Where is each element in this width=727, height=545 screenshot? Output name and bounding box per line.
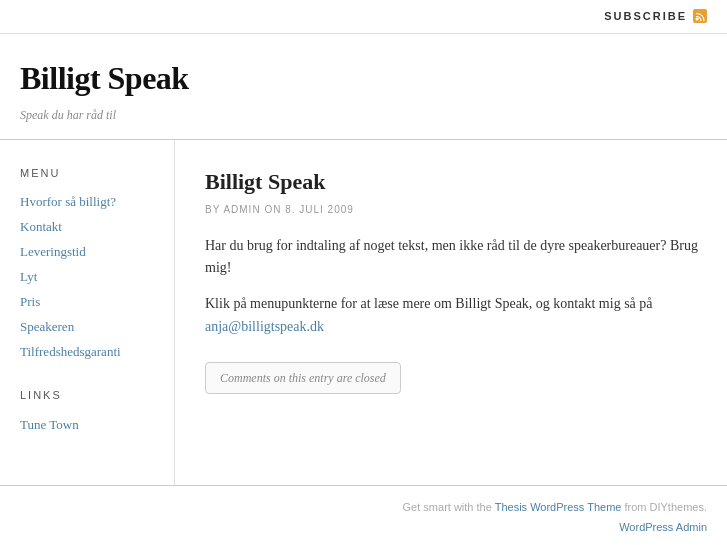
thesis-theme-link[interactable]: Thesis WordPress Theme bbox=[495, 501, 622, 513]
article-paragraph-2-text: Klik på menupunkterne for at læse mere o… bbox=[205, 296, 653, 311]
links-section-title: Links bbox=[20, 387, 154, 404]
page-wrapper: Subscribe Billigt Speak Speak du har råd… bbox=[0, 0, 727, 545]
link-tune-town[interactable]: Tune Town bbox=[20, 417, 79, 432]
rss-icon[interactable] bbox=[693, 9, 707, 23]
site-header: Billigt Speak Speak du har råd til bbox=[0, 34, 727, 140]
subscribe-area: Subscribe bbox=[604, 8, 707, 25]
nav-item-waarom[interactable]: Hvorfor så billigt? bbox=[20, 194, 116, 209]
sidebar: Menu Hvorfor så billigt? Kontakt Leverin… bbox=[0, 140, 175, 485]
site-tagline: Speak du har råd til bbox=[20, 106, 707, 124]
list-item: Kontakt bbox=[20, 216, 154, 237]
article-paragraph-2: Klik på menupunkterne for at læse mere o… bbox=[205, 293, 702, 338]
list-item: Tilfredshedsgaranti bbox=[20, 341, 154, 362]
comments-closed-notice: Comments on this entry are closed bbox=[205, 362, 401, 394]
sidebar-nav-menu: Hvorfor så billigt? Kontakt Leveringstid… bbox=[20, 191, 154, 362]
list-item: Tune Town bbox=[20, 414, 154, 435]
article-meta: by ADMIN on 8. JULI 2009 bbox=[205, 202, 702, 217]
nav-item-pris[interactable]: Pris bbox=[20, 294, 40, 309]
footer-line1: Get smart with the Thesis WordPress Them… bbox=[20, 498, 707, 517]
article-area: Billigt Speak by ADMIN on 8. JULI 2009 H… bbox=[175, 140, 727, 485]
article-email-link[interactable]: anja@billigtspeak.dk bbox=[205, 319, 324, 334]
list-item: Lyt bbox=[20, 266, 154, 287]
list-item: Speakeren bbox=[20, 316, 154, 337]
nav-item-kontakt[interactable]: Kontakt bbox=[20, 219, 62, 234]
footer-line2: WordPress Admin bbox=[20, 518, 707, 537]
sidebar-nav-links: Tune Town bbox=[20, 414, 154, 435]
nav-item-speakeren[interactable]: Speakeren bbox=[20, 319, 74, 334]
list-item: Hvorfor så billigt? bbox=[20, 191, 154, 212]
site-title: Billigt Speak bbox=[20, 54, 707, 102]
nav-item-tilfredshed[interactable]: Tilfredshedsgaranti bbox=[20, 344, 121, 359]
subscribe-label: Subscribe bbox=[604, 8, 687, 25]
main-content: Menu Hvorfor så billigt? Kontakt Leverin… bbox=[0, 140, 727, 486]
nav-item-lyt[interactable]: Lyt bbox=[20, 269, 37, 284]
top-bar: Subscribe bbox=[0, 0, 727, 34]
nav-item-leveringstid[interactable]: Leveringstid bbox=[20, 244, 86, 259]
footer-prefix: Get smart with the bbox=[403, 501, 495, 513]
wordpress-admin-link[interactable]: WordPress Admin bbox=[619, 521, 707, 533]
list-item: Pris bbox=[20, 291, 154, 312]
list-item: Leveringstid bbox=[20, 241, 154, 262]
article-paragraph-1: Har du brug for indtaling af noget tekst… bbox=[205, 235, 702, 280]
menu-section-title: Menu bbox=[20, 165, 154, 182]
footer-suffix: from DIYthemes. bbox=[621, 501, 707, 513]
article-title: Billigt Speak bbox=[205, 165, 702, 198]
svg-point-0 bbox=[696, 18, 699, 21]
article-body: Har du brug for indtaling af noget tekst… bbox=[205, 235, 702, 395]
footer: Get smart with the Thesis WordPress Them… bbox=[0, 486, 727, 546]
